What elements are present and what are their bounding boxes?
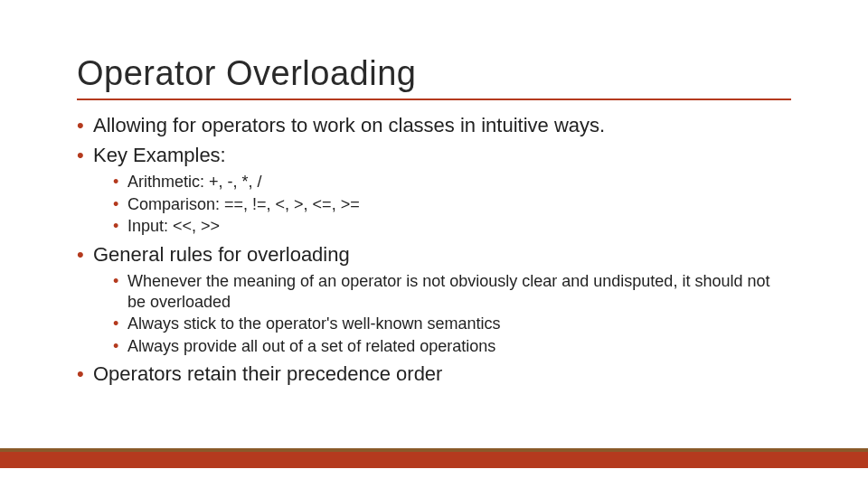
sub-list: Arithmetic: +, -, *, / Comparison: ==, !… — [113, 172, 791, 237]
bullet-text: Always stick to the operator's well-know… — [127, 314, 501, 333]
list-item: Operators retain their precedence order — [77, 361, 791, 388]
list-item: Key Examples: Arithmetic: +, -, *, / Com… — [77, 143, 791, 237]
bullet-text: Key Examples: — [93, 144, 226, 166]
bullet-list: Allowing for operators to work on classe… — [77, 113, 791, 388]
list-item: Input: <<, >> — [113, 216, 791, 237]
list-item: Whenever the meaning of an operator is n… — [113, 271, 791, 312]
list-item: General rules for overloading Whenever t… — [77, 242, 791, 357]
bullet-text: General rules for overloading — [93, 243, 350, 266]
sub-list: Whenever the meaning of an operator is n… — [113, 271, 791, 356]
list-item: Arithmetic: +, -, *, / — [113, 172, 791, 192]
bullet-text: Always provide all out of a set of relat… — [127, 337, 495, 355]
list-item: Allowing for operators to work on classe… — [77, 113, 791, 139]
bullet-text: Whenever the meaning of an operator is n… — [127, 272, 769, 311]
bullet-text: Comparison: ==, !=, <, >, <=, >= — [127, 195, 360, 213]
list-item: Always provide all out of a set of relat… — [113, 336, 791, 357]
bullet-text: Allowing for operators to work on classe… — [93, 114, 605, 136]
title-underline — [77, 99, 791, 100]
slide-title: Operator Overloading — [77, 54, 791, 93]
bullet-text: Arithmetic: +, -, *, / — [127, 173, 262, 191]
bullet-text: Input: <<, >> — [127, 217, 220, 235]
footer-accent-bar — [0, 448, 868, 468]
bullet-text: Operators retain their precedence order — [93, 362, 442, 385]
list-item: Comparison: ==, !=, <, >, <=, >= — [113, 194, 791, 215]
list-item: Always stick to the operator's well-know… — [113, 314, 791, 334]
slide: Operator Overloading Allowing for operat… — [0, 0, 868, 488]
